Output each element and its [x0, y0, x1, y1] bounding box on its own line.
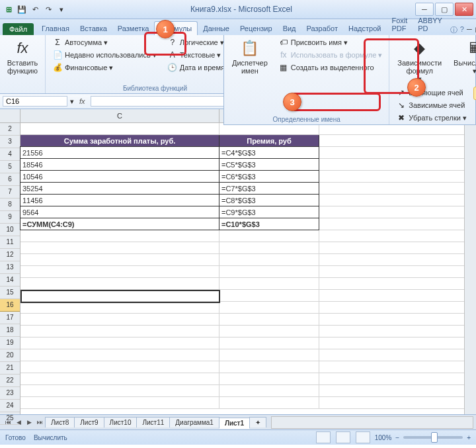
cell[interactable] — [219, 373, 319, 385]
cell[interactable]: =C10*$G$3 — [219, 218, 319, 230]
sheet-tab[interactable]: Диаграмма1 — [169, 417, 219, 427]
sheet-tab-active[interactable]: Лист1 — [219, 418, 250, 429]
formula-auditing-button[interactable]: ◆ Зависимости формул ▾ — [393, 36, 446, 84]
page-break-view-button[interactable] — [356, 431, 370, 443]
cell[interactable]: 21556 — [20, 146, 219, 159]
zoom-slider[interactable] — [403, 436, 463, 439]
row-header[interactable]: 5 — [0, 161, 20, 173]
row-header[interactable]: 24 — [0, 400, 20, 412]
trace-precedents-button[interactable]: ↗Влияющие ячей — [393, 87, 469, 99]
cell[interactable] — [319, 290, 476, 302]
row-header[interactable]: 21 — [0, 362, 20, 375]
cell[interactable] — [20, 314, 219, 326]
financial-button[interactable]: 💰Финансовые ▾ — [50, 62, 159, 73]
cell[interactable] — [319, 218, 476, 230]
tab-insert[interactable]: Вставка — [75, 22, 112, 35]
cell[interactable] — [319, 326, 476, 337]
cell[interactable]: Сумма заработной платы, руб. — [20, 135, 219, 147]
sheet-tab[interactable]: Лист11 — [136, 417, 170, 427]
cell[interactable]: 9564 — [20, 206, 219, 218]
cell[interactable] — [319, 171, 476, 183]
cell[interactable] — [20, 266, 219, 278]
close-button[interactable]: ✕ — [455, 3, 473, 16]
autosum-button[interactable]: ΣАвтосумма ▾ — [50, 36, 159, 48]
row-header[interactable]: 14 — [0, 274, 20, 287]
sheet-tab[interactable]: Лист9 — [74, 417, 104, 427]
cell[interactable] — [319, 373, 476, 385]
excel-icon[interactable]: ⊞ — [3, 3, 15, 15]
row-header[interactable]: 20 — [0, 349, 20, 362]
cell[interactable]: 11456 — [20, 194, 219, 206]
cell[interactable] — [219, 314, 319, 326]
cell[interactable] — [20, 361, 219, 373]
tab-view[interactable]: Вид — [278, 22, 301, 35]
cell[interactable] — [219, 290, 319, 302]
zoom-out-button[interactable]: − — [395, 434, 399, 441]
cell[interactable]: 18546 — [20, 158, 219, 171]
cell[interactable] — [20, 349, 219, 361]
zoom-in-button[interactable]: + — [467, 434, 471, 441]
cell[interactable]: =СУММ(C4:C9) — [20, 218, 219, 230]
assign-name-button[interactable]: 🏷Присвоить имя ▾ — [276, 36, 385, 48]
row-header[interactable]: 11 — [0, 236, 20, 249]
cell[interactable] — [219, 385, 319, 397]
tab-developer[interactable]: Разработ — [301, 22, 343, 35]
cell[interactable] — [219, 230, 319, 242]
cell[interactable] — [319, 242, 476, 254]
cell[interactable] — [319, 314, 476, 326]
row-header[interactable]: 13 — [0, 261, 20, 274]
help-icon[interactable]: ? — [460, 25, 464, 35]
row-header[interactable]: 25 — [0, 412, 20, 425]
cell[interactable] — [219, 326, 319, 337]
vertical-scrollbar[interactable] — [464, 123, 476, 414]
cell[interactable] — [319, 349, 476, 361]
normal-view-button[interactable] — [316, 431, 331, 443]
row-header[interactable]: 18 — [0, 324, 20, 337]
error-check-button[interactable]: ⚠Проверка наличия ошибок ▾ — [473, 101, 476, 112]
name-manager-button[interactable]: 📋 Диспетчер имен — [228, 36, 272, 114]
cell[interactable] — [319, 385, 476, 397]
cell[interactable] — [20, 337, 219, 349]
cell[interactable]: 35254 — [20, 182, 219, 195]
tab-home[interactable]: Главная — [36, 22, 75, 35]
tab-layout[interactable]: Разметка — [112, 22, 155, 35]
cell[interactable]: =C9*$G$3 — [219, 206, 319, 218]
cell[interactable] — [20, 397, 219, 409]
tab-foxit[interactable]: Foxit PDF — [386, 14, 413, 35]
cell[interactable] — [219, 397, 319, 409]
select-all-corner[interactable] — [0, 109, 20, 123]
cell[interactable] — [219, 349, 319, 361]
cell[interactable] — [219, 266, 319, 278]
row-header[interactable]: 8 — [0, 199, 20, 211]
cell[interactable] — [319, 278, 476, 290]
redo-icon[interactable]: ↷ — [42, 3, 54, 15]
show-formulas-button[interactable]: 📄Показать формулы — [473, 87, 476, 100]
sheet-tab[interactable]: Лист8 — [45, 417, 75, 427]
recent-button[interactable]: 📄Недавно использовались ▾ — [50, 49, 159, 61]
cell[interactable] — [20, 254, 219, 266]
cell[interactable] — [319, 254, 476, 266]
undo-icon[interactable]: ↶ — [29, 3, 41, 15]
cell[interactable]: =C6*$G$3 — [219, 170, 319, 183]
row-header[interactable]: 15 — [0, 287, 20, 299]
name-box[interactable] — [3, 96, 67, 107]
sheet-tab[interactable]: Лист10 — [104, 417, 138, 427]
row-header[interactable]: 19 — [0, 337, 20, 349]
cell[interactable] — [319, 206, 476, 218]
cell[interactable] — [219, 254, 319, 266]
cell[interactable]: =C8*$G$3 — [219, 194, 319, 206]
create-from-selection-button[interactable]: ▦Создать из выделенного — [276, 62, 385, 73]
use-in-formula-button[interactable]: fxИспользовать в формуле ▾ — [276, 49, 385, 61]
cell[interactable]: 10546 — [20, 170, 219, 183]
cell[interactable] — [319, 361, 476, 373]
cell[interactable] — [20, 290, 219, 302]
cell[interactable] — [319, 266, 476, 278]
row-header[interactable]: 22 — [0, 375, 20, 387]
cell[interactable] — [20, 278, 219, 290]
cell[interactable] — [20, 326, 219, 337]
tab-nav-last[interactable]: ⏭ — [34, 417, 45, 427]
col-header-c[interactable]: C — [20, 109, 219, 122]
cell[interactable]: =C5*$G$3 — [219, 158, 319, 171]
cell[interactable] — [319, 397, 476, 409]
row-header[interactable]: 7 — [0, 186, 20, 199]
